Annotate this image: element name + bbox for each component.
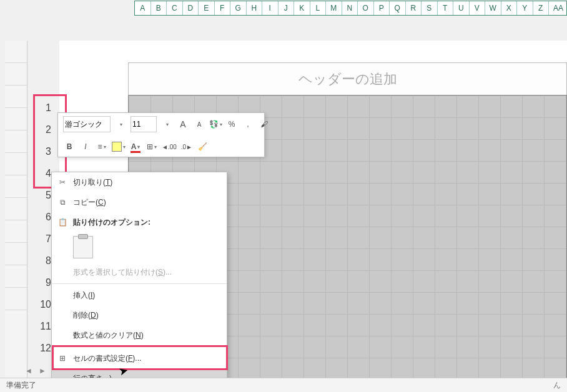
col-header[interactable]: P (374, 1, 390, 15)
ctx-paste-special: 形式を選択して貼り付け(S)... (52, 262, 227, 282)
ctx-paste-options-header: 📋 貼り付けのオプション: (52, 212, 227, 232)
col-header[interactable]: E (199, 1, 215, 15)
ctx-paste-option (52, 232, 227, 262)
context-menu: ✂ 切り取り(T) ⧉ コピー(C) 📋 貼り付けのオプション: 形式を選択して… (51, 172, 227, 392)
col-header[interactable]: G (230, 1, 247, 15)
clear-format-icon[interactable]: 🧹 (197, 140, 209, 154)
ruler-gutter (5, 41, 27, 378)
col-header[interactable]: A (135, 1, 151, 15)
col-header[interactable]: O (358, 1, 374, 15)
ctx-label: 貼り付けのオプション: (73, 217, 150, 228)
col-header[interactable]: I (262, 1, 279, 15)
comma-style-button[interactable]: , (242, 117, 254, 131)
ctx-insert[interactable]: 挿入(I) (52, 285, 227, 305)
column-headers[interactable]: A B C D E F G H I J K L M N O P Q R S T … (134, 1, 567, 16)
sheet-next-icon[interactable]: ► (39, 366, 46, 375)
row-header[interactable]: 1 (34, 97, 56, 119)
ctx-label: 挿入(I) (73, 290, 95, 301)
col-header[interactable]: K (294, 1, 310, 15)
increase-font-icon[interactable]: A (177, 117, 189, 131)
font-name-dropdown-icon[interactable] (114, 117, 127, 131)
borders-button[interactable]: ≡ (96, 140, 108, 154)
font-size-combo[interactable] (131, 116, 157, 132)
ctx-cut[interactable]: ✂ 切り取り(T) (52, 172, 227, 192)
ctx-label: セルの書式設定(F)... (73, 353, 141, 364)
decrease-decimal-button[interactable]: .0► (180, 140, 193, 154)
font-color-button[interactable]: A (129, 140, 142, 154)
col-header[interactable]: AA (549, 1, 567, 15)
ctx-label: 切り取り(T) (73, 177, 112, 188)
font-size-dropdown-icon[interactable] (160, 117, 173, 131)
scissors-icon: ✂ (57, 178, 68, 187)
col-header[interactable]: W (485, 1, 501, 15)
format-cells-icon: ⊞ (57, 354, 68, 363)
header-add-area[interactable]: ヘッダーの追加 (128, 62, 567, 96)
col-header[interactable]: H (247, 1, 263, 15)
ctx-clear-contents[interactable]: 数式と値のクリア(N) (52, 325, 227, 345)
col-header[interactable]: C (167, 1, 183, 15)
app-root: A B C D E F G H I J K L M N O P Q R S T … (0, 0, 567, 392)
ctx-label: 削除(D) (73, 310, 99, 321)
col-header[interactable]: Q (390, 1, 406, 15)
col-header[interactable]: J (279, 1, 295, 15)
paste-values-icon (73, 236, 93, 258)
mini-toolbar: A A 💱 % , 🖌 B I ≡ A ⊞ ◄.00 .0► 🧹 (57, 112, 265, 157)
col-header[interactable]: S (422, 1, 438, 15)
col-header[interactable]: Y (517, 1, 533, 15)
col-header[interactable]: F (215, 1, 231, 15)
sheet-prev-icon[interactable]: ◄ (25, 366, 32, 375)
status-page-info: ん (553, 380, 561, 391)
status-bar: 準備完了 ん (0, 378, 567, 392)
ctx-copy[interactable]: ⧉ コピー(C) (52, 192, 227, 212)
col-header[interactable]: X (501, 1, 518, 15)
col-header[interactable]: B (151, 1, 167, 15)
col-header[interactable]: N (342, 1, 358, 15)
merge-center-button[interactable]: ⊞ (145, 140, 158, 154)
font-name-combo[interactable] (63, 116, 111, 132)
accounting-format-button[interactable]: 💱 (209, 117, 222, 131)
col-header[interactable]: M (326, 1, 342, 15)
ctx-label: コピー(C) (73, 197, 106, 208)
col-header[interactable]: V (470, 1, 486, 15)
fill-color-button[interactable] (112, 140, 126, 154)
col-header[interactable]: Z (533, 1, 550, 15)
col-header[interactable]: L (310, 1, 327, 15)
clipboard-icon: 📋 (57, 218, 68, 227)
decrease-font-icon[interactable]: A (193, 117, 205, 131)
increase-decimal-button[interactable]: ◄.00 (162, 140, 177, 154)
sheet-nav[interactable]: ◄ ► (25, 363, 46, 378)
bold-button[interactable]: B (63, 140, 76, 154)
ctx-format-cells[interactable]: ⊞ セルの書式設定(F)... (52, 348, 227, 368)
italic-button[interactable]: I (79, 140, 92, 154)
percent-style-button[interactable]: % (225, 117, 238, 131)
col-header[interactable]: T (438, 1, 454, 15)
col-header[interactable]: R (406, 1, 422, 15)
format-painter-icon[interactable]: 🖌 (258, 117, 270, 131)
col-header[interactable]: U (453, 1, 470, 15)
ctx-label: 形式を選択して貼り付け(S)... (73, 267, 172, 278)
copy-icon: ⧉ (57, 198, 68, 207)
row-header[interactable]: 3 (34, 140, 56, 162)
status-ready: 準備完了 (6, 380, 36, 391)
col-header[interactable]: D (183, 1, 199, 15)
ctx-delete[interactable]: 削除(D) (52, 305, 227, 325)
row-header[interactable]: 2 (34, 119, 56, 140)
ctx-label: 数式と値のクリア(N) (73, 330, 144, 341)
